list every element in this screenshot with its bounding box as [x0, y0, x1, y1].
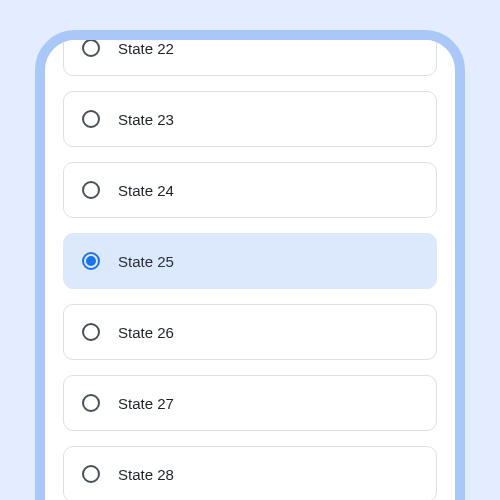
state-option-26[interactable]: State 26 [63, 304, 437, 360]
state-option-label: State 24 [118, 182, 174, 199]
state-option-23[interactable]: State 23 [63, 91, 437, 147]
radio-icon [82, 181, 100, 199]
state-option-label: State 22 [118, 40, 174, 57]
radio-icon [82, 39, 100, 57]
radio-icon [82, 394, 100, 412]
state-option-label: State 27 [118, 395, 174, 412]
radio-selected-icon [82, 252, 100, 270]
state-option-label: State 25 [118, 253, 174, 270]
state-option-27[interactable]: State 27 [63, 375, 437, 431]
state-option-25[interactable]: State 25 [63, 233, 437, 289]
state-option-22[interactable]: State 22 [63, 30, 437, 76]
radio-icon [82, 323, 100, 341]
state-option-list: State 22 State 23 State 24 State 25 Stat… [63, 30, 437, 500]
state-option-label: State 23 [118, 111, 174, 128]
state-option-24[interactable]: State 24 [63, 162, 437, 218]
phone-frame: State 22 State 23 State 24 State 25 Stat… [35, 30, 465, 500]
state-option-label: State 28 [118, 466, 174, 483]
radio-icon [82, 465, 100, 483]
state-option-label: State 26 [118, 324, 174, 341]
radio-icon [82, 110, 100, 128]
state-option-28[interactable]: State 28 [63, 446, 437, 500]
